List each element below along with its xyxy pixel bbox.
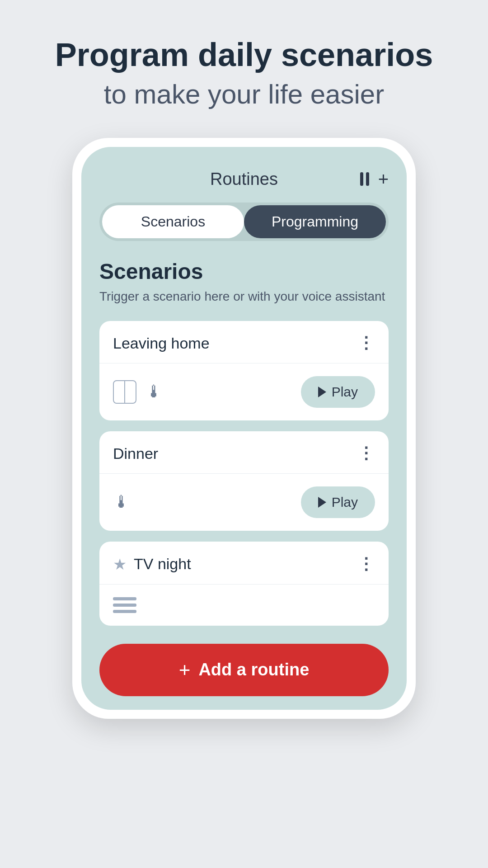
more-options-tv-night[interactable]: ⋮ xyxy=(358,556,375,572)
add-routine-plus-icon: + xyxy=(179,660,191,680)
card-title-tv-night: TV night xyxy=(134,555,191,573)
section-header: Scenarios Trigger a scenario here or wit… xyxy=(99,259,389,321)
add-routine-button[interactable]: + Add a routine xyxy=(99,644,389,696)
pause-button[interactable] xyxy=(360,172,369,186)
section-subtitle: Trigger a scenario here or with your voi… xyxy=(99,288,389,305)
play-button-leaving-home[interactable]: Play xyxy=(301,376,375,408)
phone-wrapper: Routines + Scenarios Programming Scenari… xyxy=(72,138,416,719)
card-icons-leaving-home: 🌡 xyxy=(113,380,163,404)
scenario-card-leaving-home: Leaving home ⋮ 🌡 Play xyxy=(99,321,389,420)
play-label: Play xyxy=(332,384,358,400)
page-title-bold: Program daily scenarios xyxy=(55,36,433,74)
more-options-leaving-home[interactable]: ⋮ xyxy=(358,335,375,351)
line-row-2 xyxy=(113,604,136,607)
add-icon[interactable]: + xyxy=(378,169,389,189)
play-button-dinner[interactable]: Play xyxy=(301,486,375,518)
pause-bar-right xyxy=(366,172,369,186)
shutter-half-right xyxy=(125,381,136,403)
tab-scenarios[interactable]: Scenarios xyxy=(102,205,244,238)
screen-title: Routines xyxy=(210,170,278,189)
shutter-half-left xyxy=(114,381,125,403)
screen-header: Routines + xyxy=(99,170,389,189)
thermometer-icon-dinner: 🌡 xyxy=(113,492,130,512)
card-icons-dinner: 🌡 xyxy=(113,492,130,512)
card-icons-tv-night xyxy=(113,597,136,613)
phone-screen: Routines + Scenarios Programming Scenari… xyxy=(81,147,407,710)
header-icons: + xyxy=(360,169,389,189)
scenario-card-tv-night: ★ TV night ⋮ xyxy=(99,542,389,626)
card-header-tv-night: ★ TV night ⋮ xyxy=(99,542,389,585)
line-row-1 xyxy=(113,597,136,600)
scenario-card-dinner: Dinner ⋮ 🌡 Play xyxy=(99,431,389,531)
lines-icon-tv-night xyxy=(113,597,136,613)
play-triangle-icon xyxy=(318,387,326,397)
card-title-dinner: Dinner xyxy=(113,445,158,462)
section-title: Scenarios xyxy=(99,259,389,284)
card-name-row-tv-night: ★ TV night xyxy=(113,555,191,573)
card-header-dinner: Dinner ⋮ xyxy=(99,431,389,474)
card-header-leaving-home: Leaving home ⋮ xyxy=(99,321,389,363)
page-header: Program daily scenarios to make your lif… xyxy=(19,36,469,111)
more-options-dinner[interactable]: ⋮ xyxy=(358,445,375,462)
shutter-icon xyxy=(113,380,136,404)
pause-bar-left xyxy=(360,172,363,186)
play-triangle-icon-dinner xyxy=(318,497,326,508)
star-icon-tv-night: ★ xyxy=(113,555,127,573)
play-label-dinner: Play xyxy=(332,495,358,510)
card-title-leaving-home: Leaving home xyxy=(113,335,210,352)
thermometer-icon: 🌡 xyxy=(145,382,163,401)
card-body-leaving-home: 🌡 Play xyxy=(99,363,389,420)
add-routine-label: Add a routine xyxy=(198,660,309,679)
card-body-dinner: 🌡 Play xyxy=(99,474,389,531)
page-title-light: to make your life easier xyxy=(55,78,433,111)
tab-programming[interactable]: Programming xyxy=(244,205,386,238)
line-row-3 xyxy=(113,610,136,613)
tab-switcher: Scenarios Programming xyxy=(99,203,389,241)
card-body-tv-night xyxy=(99,585,389,626)
